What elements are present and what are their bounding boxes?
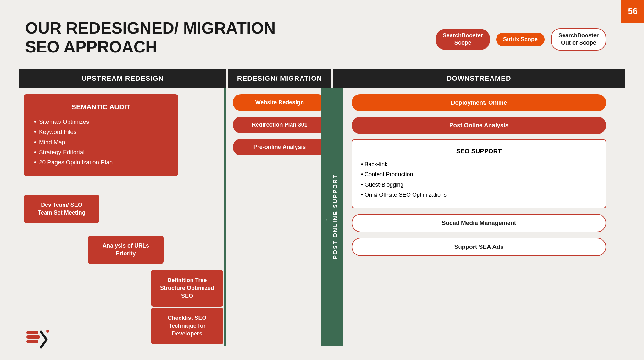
post-online-analysis-pill: Post Online Analysis [352,117,606,134]
upstream-header: UPSTREAM REDESIGN [19,69,226,88]
post-online-text: POST ONLINE SUPPORT [332,174,339,259]
seo-support-box: SEO SUPPORT Back-link Content Production… [352,139,606,208]
page-title: OUR REDESIGNED/ MIGRATION SEO APPROACH [25,19,275,57]
audit-item: Strategy Editorial [34,147,168,157]
svg-rect-1 [26,335,40,339]
post-online-label: POST ONLINE SUPPORT [327,88,343,346]
audit-item: Mind Map [34,137,168,147]
audit-item: Keyword Files [34,127,168,137]
migration-col: Website Redesign Redirection Plan 301 Pr… [228,88,331,346]
checklist-seo-box: Checklist SEOTechnique forDevelopers [151,308,223,344]
seo-support-list: Back-link Content Production Guest-Blogg… [361,159,597,200]
migration-redirection: Redirection Plan 301 [233,117,326,133]
logo [25,329,50,351]
migration-header: REDESIGN/ MIGRATION [228,69,331,88]
seo-support-item: Back-link [361,159,597,169]
migration-items: Website Redesign Redirection Plan 301 Pr… [228,88,331,162]
audit-list: Sitemap Optimizes Keyword Files Mind Map… [34,117,168,167]
semantic-audit-title: SEMANTIC AUDIT [34,103,168,111]
legend-sutrix-scope: Sutrix Scope [496,33,545,46]
migration-preonline: Pre-online Analysis [233,139,326,155]
downstream-col: POST ONLINE SUPPORT Deployment/ Online P… [333,88,625,346]
dev-team-box: Dev Team/ SEOTeam Set Meeting [24,195,99,223]
social-media-pill: Social Media Management [352,214,606,232]
semantic-audit-box: SEMANTIC AUDIT Sitemap Optimizes Keyword… [24,94,178,176]
seo-support-item: Content Production [361,169,597,179]
downstream-header: DOWNSTREAMED [333,69,625,88]
page-number: 56 [621,0,644,23]
legend-searchbooster-scope: SearchBoosterScope [436,29,490,50]
green-divider-left [224,88,226,346]
legend-searchbooster-out: SearchBoosterOut of Scope [551,28,606,51]
svg-rect-2 [26,340,38,343]
definition-tree-box: Definition TreeStructure OptimizedSEO [151,270,223,307]
seo-support-title: SEO SUPPORT [361,148,597,155]
downstream-items: Deployment/ Online Post Online Analysis … [333,88,625,262]
audit-item: Sitemap Optimizes [34,117,168,127]
svg-point-3 [46,330,49,333]
diagram: UPSTREAM REDESIGN REDESIGN/ MIGRATION DO… [19,69,625,341]
support-sea-pill: Support SEA Ads [352,238,606,256]
seo-support-item: Guest-Blogging [361,180,597,190]
legend-area: SearchBoosterScope Sutrix Scope SearchBo… [436,28,606,51]
svg-rect-0 [26,331,38,334]
upstream-col: SEMANTIC AUDIT Sitemap Optimizes Keyword… [19,88,226,346]
seo-support-item: On & Off-site SEO Optimizations [361,190,597,200]
migration-website-redesign: Website Redesign [233,94,326,111]
col-content: SEMANTIC AUDIT Sitemap Optimizes Keyword… [19,88,625,346]
deployment-pill: Deployment/ Online [352,94,606,111]
audit-item: 20 Pages Optimization Plan [34,157,168,167]
column-headers: UPSTREAM REDESIGN REDESIGN/ MIGRATION DO… [19,69,625,88]
analysis-urls-box: Analysis of URLsPriority [88,236,164,264]
